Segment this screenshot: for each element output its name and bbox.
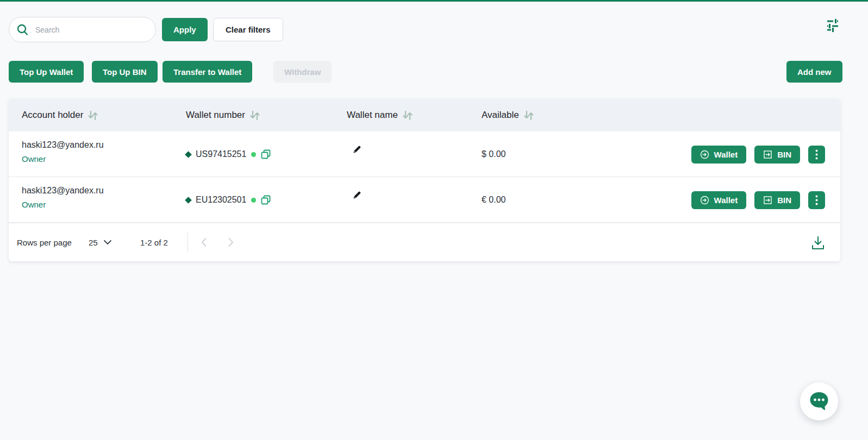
account-role-link[interactable]: Owner: [22, 200, 104, 209]
chat-icon: [808, 391, 830, 412]
wallets-page: Apply Clear filters Top Up Wallet Top Up…: [0, 0, 868, 440]
bin-arrow-icon: [763, 150, 772, 159]
column-header-wallet-number[interactable]: Wallet number: [186, 99, 260, 131]
copy-icon: [261, 195, 271, 205]
diamond-icon: [185, 197, 192, 204]
row-actions: Wallet BIN: [691, 131, 825, 177]
row-actions: Wallet BIN: [691, 177, 825, 223]
kebab-icon: [815, 149, 818, 160]
search-icon: [16, 23, 30, 37]
row-menu-button[interactable]: [808, 146, 825, 164]
wallet-action-button[interactable]: Wallet: [691, 146, 747, 164]
wallets-table: Account holder Wallet number Wallet name…: [9, 99, 840, 261]
available-balance: € 0.00: [482, 177, 505, 223]
footer-divider: [188, 232, 188, 252]
top-accent-line: [0, 0, 868, 2]
add-new-button[interactable]: Add new: [786, 61, 842, 83]
clear-filters-button[interactable]: Clear filters: [213, 18, 283, 41]
column-label: Wallet number: [186, 110, 245, 121]
bin-action-button[interactable]: BIN: [754, 146, 800, 164]
search-input-wrapper: [9, 17, 156, 42]
account-holder-cell: haski123@yandex.ru Owner: [22, 140, 104, 164]
apply-button[interactable]: Apply: [162, 18, 208, 41]
column-header-available[interactable]: Available: [482, 99, 534, 131]
withdraw-button[interactable]: Withdraw: [273, 61, 332, 83]
account-holder-cell: haski123@yandex.ru Owner: [22, 186, 104, 209]
chevron-left-icon: [201, 237, 207, 247]
top-up-bin-button[interactable]: Top Up BIN: [92, 61, 158, 83]
available-balance: $ 0.00: [482, 131, 505, 177]
sliders-icon: [825, 17, 841, 32]
status-dot: [251, 198, 256, 203]
column-header-account-holder[interactable]: Account holder: [22, 99, 98, 131]
column-label: Account holder: [22, 110, 83, 121]
wallet-button-label: Wallet: [714, 196, 738, 205]
chevron-down-icon: [103, 240, 112, 245]
wallet-arrow-icon: [700, 150, 709, 159]
kebab-icon: [815, 195, 818, 205]
previous-page-button[interactable]: [198, 235, 209, 249]
edit-wallet-name-button[interactable]: [352, 144, 362, 154]
search-input[interactable]: [35, 26, 149, 34]
wallet-action-button[interactable]: Wallet: [691, 191, 747, 209]
wallet-button-label: Wallet: [714, 150, 738, 159]
account-holder-email: haski123@yandex.ru: [22, 186, 104, 196]
pagination-range-label: 1-2 of 2: [140, 223, 168, 261]
rows-per-page-value: 25: [89, 238, 98, 247]
diamond-icon: [185, 151, 192, 158]
pencil-icon: [352, 144, 362, 154]
copy-wallet-number-button[interactable]: [261, 149, 271, 159]
status-dot: [251, 152, 256, 157]
rows-per-page-select[interactable]: 25: [89, 223, 112, 261]
transfer-to-wallet-button[interactable]: Transfer to Wallet: [163, 61, 252, 83]
wallet-number-value: EU12302501: [196, 195, 246, 205]
account-holder-email: haski123@yandex.ru: [22, 140, 104, 150]
copy-wallet-number-button[interactable]: [261, 195, 271, 205]
next-page-button[interactable]: [226, 235, 236, 249]
column-header-wallet-name[interactable]: Wallet name: [347, 99, 413, 131]
column-label: Wallet name: [347, 110, 398, 121]
wallet-number-value: US97415251: [196, 149, 246, 159]
sort-icon: [402, 111, 413, 120]
table-footer: Rows per page 25 1-2 of 2: [9, 223, 840, 261]
row-menu-button[interactable]: [808, 191, 825, 209]
sort-icon: [249, 111, 260, 120]
bin-action-button[interactable]: BIN: [754, 191, 800, 209]
chat-support-button[interactable]: [800, 382, 838, 420]
bin-arrow-icon: [763, 196, 772, 205]
export-download-button[interactable]: [809, 233, 827, 253]
sort-icon: [523, 111, 534, 120]
table-row: haski123@yandex.ru Owner US97415251 $ 0.…: [9, 131, 840, 177]
wallet-arrow-icon: [700, 196, 709, 205]
table-header-row: Account holder Wallet number Wallet name…: [9, 99, 840, 131]
download-icon: [811, 235, 825, 250]
table-row: haski123@yandex.ru Owner EU12302501 € 0.…: [9, 177, 840, 223]
rows-per-page-label: Rows per page: [17, 223, 72, 261]
bin-button-label: BIN: [777, 196, 791, 205]
wallet-number-cell: EU12302501: [186, 177, 271, 223]
filter-settings-button[interactable]: [825, 16, 841, 33]
wallet-number-cell: US97415251: [186, 131, 271, 177]
edit-wallet-name-button[interactable]: [352, 190, 362, 200]
account-role-link[interactable]: Owner: [22, 154, 104, 164]
top-up-wallet-button[interactable]: Top Up Wallet: [9, 61, 84, 83]
column-label: Available: [482, 110, 519, 121]
chevron-right-icon: [228, 237, 234, 247]
sort-icon: [88, 111, 98, 120]
bin-button-label: BIN: [777, 150, 791, 159]
copy-icon: [261, 149, 271, 159]
pencil-icon: [352, 190, 362, 200]
